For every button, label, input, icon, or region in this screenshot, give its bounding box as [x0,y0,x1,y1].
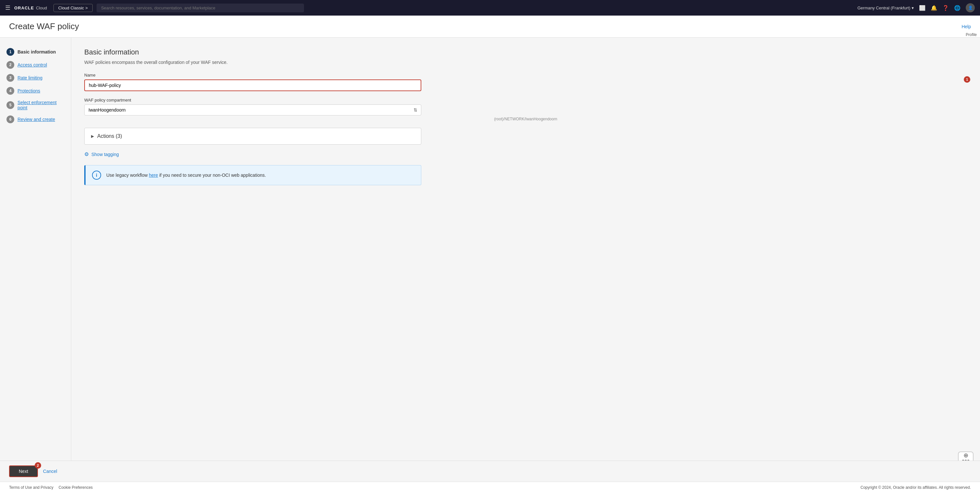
name-badge: 1 [964,76,970,83]
show-tagging-label: Show tagging [91,152,119,157]
tagging-icon: ⚙ [84,151,89,157]
sidebar-item-protections[interactable]: 4 Protections [0,85,71,97]
info-text: Use legacy workflow here if you need to … [106,172,266,178]
name-form-group: Name 1 [84,73,967,91]
sidebar-label-review-and-create: Review and create [18,117,55,122]
info-icon: i [92,171,101,180]
compartment-select[interactable]: IwanHoogendoorn [84,104,421,115]
bottom-bar: Terms of Use and Privacy Cookie Preferen… [0,482,980,493]
sidebar-item-review-and-create[interactable]: 6 Review and create [0,113,71,126]
sidebar-item-rate-limiting[interactable]: 3 Rate limiting [0,71,71,85]
page-title: Create WAF policy [9,21,79,32]
footer-bar: 2 Next Cancel [0,461,980,482]
step-number-6: 6 [6,115,14,123]
sidebar: 1 Basic information 2 Access control 3 R… [0,38,71,461]
actions-accordion-header[interactable]: ▶ Actions (3) [84,128,421,144]
search-input[interactable] [97,3,304,12]
main-layout: 1 Basic information 2 Access control 3 R… [0,38,980,461]
section-description: WAF policies encompass the overall confi… [84,60,967,65]
cloud-classic-button[interactable]: Cloud Classic > [54,4,93,12]
user-avatar[interactable]: 👤 [966,3,975,12]
topnav-right-actions: Germany Central (Frankfurt) ▾ ⬜ 🔔 ❓ 🌐 👤 [858,3,975,12]
cloud-wordmark: Cloud [36,5,47,10]
bottom-bar-left: Terms of Use and Privacy Cookie Preferen… [9,485,93,490]
info-here-link[interactable]: here [149,172,158,178]
accordion-chevron-icon: ▶ [91,134,94,139]
help-icon[interactable]: ❓ [942,5,949,11]
name-label: Name [84,73,967,78]
next-button[interactable]: Next [9,466,38,477]
language-icon[interactable]: 🌐 [954,5,961,11]
page-header: Create WAF policy Help [0,16,980,38]
info-text-post: if you need to secure your non-OCI web a… [158,172,266,178]
top-navigation: ☰ ORACLE Cloud Cloud Classic > Germany C… [0,0,980,16]
step-number-1: 1 [6,48,14,56]
next-badge: 2 [35,462,41,469]
sidebar-item-select-enforcement-point[interactable]: 5 Select enforcement point [0,97,71,113]
profile-label: Profile [966,32,977,37]
compartment-form-group: WAF policy compartment IwanHoogendoorn ⇅… [84,97,967,121]
step-number-2: 2 [6,61,14,69]
sidebar-label-rate-limiting: Rate limiting [18,75,43,80]
info-text-pre: Use legacy workflow [106,172,149,178]
show-tagging-button[interactable]: ⚙ Show tagging [84,151,119,157]
oracle-wordmark: ORACLE [14,5,34,10]
region-selector[interactable]: Germany Central (Frankfurt) ▾ [858,5,914,10]
step-number-3: 3 [6,74,14,82]
cancel-button[interactable]: Cancel [43,469,57,474]
cookie-preferences-link[interactable]: Cookie Preferences [59,485,93,490]
help-widget-icon: ⊕ [964,452,968,459]
help-link[interactable]: Help [961,24,971,29]
compartment-label: WAF policy compartment [84,97,967,102]
notifications-icon[interactable]: 🔔 [931,5,937,11]
sidebar-label-protections: Protections [18,88,40,93]
section-title: Basic information [84,48,967,56]
terms-link[interactable]: Terms of Use and Privacy [9,485,54,490]
info-banner: i Use legacy workflow here if you need t… [84,165,421,185]
step-number-4: 4 [6,87,14,95]
copyright-text: Copyright © 2024, Oracle and/or its affi… [861,485,971,490]
next-btn-wrapper: 2 Next [9,466,38,477]
sidebar-label-basic-information: Basic information [18,49,56,54]
code-editor-icon[interactable]: ⬜ [919,5,926,11]
sidebar-label-access-control: Access control [18,62,47,67]
compartment-hint: (root)/NETWORK/IwanHoogendoorn [84,117,967,121]
step-number-5: 5 [6,101,14,109]
content-area: Basic information WAF policies encompass… [71,38,980,461]
actions-accordion-label: Actions (3) [97,133,122,139]
policy-name-input[interactable] [84,80,421,91]
sidebar-item-basic-information[interactable]: 1 Basic information [0,45,71,58]
hamburger-menu-icon[interactable]: ☰ [5,4,10,11]
sidebar-label-select-enforcement-point: Select enforcement point [18,100,65,110]
compartment-select-wrapper: IwanHoogendoorn ⇅ [84,104,421,115]
name-field-wrapper: 1 [84,80,967,91]
oracle-logo: ORACLE Cloud [14,5,47,10]
actions-accordion[interactable]: ▶ Actions (3) [84,128,421,145]
sidebar-item-access-control[interactable]: 2 Access control [0,58,71,71]
